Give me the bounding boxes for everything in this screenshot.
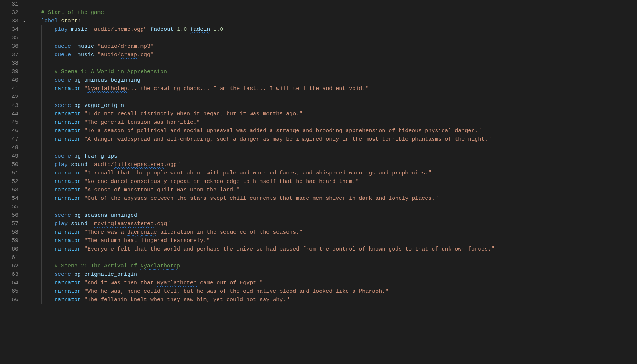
- code-editor[interactable]: 3132333435363738394041424344454647484950…: [0, 0, 637, 364]
- line-number: 31: [0, 0, 18, 8]
- indent-guide: [41, 68, 42, 76]
- code-line[interactable]: narrator "The fellahin knelt when they s…: [28, 296, 637, 304]
- code-line[interactable]: narrator "To a season of political and s…: [28, 127, 637, 135]
- code-line[interactable]: narrator "A sense of monstrous guilt was…: [28, 186, 637, 194]
- indent-guide: [41, 228, 42, 237]
- line-number: 46: [0, 127, 18, 135]
- code-line[interactable]: narrator "No one dared consciously repea…: [28, 177, 637, 186]
- line-number: 41: [0, 84, 18, 93]
- fold-column[interactable]: [21, 0, 28, 364]
- indent-guide: [41, 42, 42, 51]
- line-number: 52: [0, 177, 18, 186]
- fold-empty: [21, 220, 28, 228]
- code-line[interactable]: [28, 253, 637, 262]
- code-line[interactable]: narrator "The autumn heat lingered fears…: [28, 237, 637, 245]
- line-number: 39: [0, 68, 18, 76]
- indent-guide: [41, 25, 42, 34]
- code-line[interactable]: narrator "I recall that the people went …: [28, 169, 637, 177]
- indent-guide: [41, 101, 42, 110]
- code-line[interactable]: play sound "audio/fullstepsstereo.ogg": [28, 161, 637, 169]
- code-line[interactable]: [28, 203, 637, 211]
- line-number: 45: [0, 118, 18, 127]
- indent-guide: [41, 93, 42, 101]
- code-line[interactable]: scene bg enigmatic_origin: [28, 270, 637, 279]
- fold-empty: [21, 59, 28, 68]
- fold-empty: [21, 253, 28, 262]
- fold-empty: [21, 270, 28, 279]
- code-line[interactable]: narrator "There was a daemoniac alterati…: [28, 228, 637, 237]
- code-line[interactable]: scene bg seasons_unhinged: [28, 211, 637, 220]
- code-line[interactable]: narrator "Who he was, none could tell, b…: [28, 287, 637, 296]
- fold-chevron-icon[interactable]: [21, 17, 28, 25]
- code-line[interactable]: [28, 144, 637, 152]
- line-number: 38: [0, 59, 18, 68]
- line-number: 56: [0, 211, 18, 220]
- fold-empty: [21, 211, 28, 220]
- code-line[interactable]: label start:: [28, 17, 637, 25]
- code-line[interactable]: narrator "A danger widespread and all-em…: [28, 135, 637, 144]
- line-number: 44: [0, 110, 18, 118]
- code-line[interactable]: narrator "Out of the abysses between the…: [28, 194, 637, 203]
- fold-empty: [21, 93, 28, 101]
- code-line[interactable]: narrator "Nyarlathotep... the crawling c…: [28, 84, 637, 93]
- line-number: 34: [0, 25, 18, 34]
- line-number: 64: [0, 279, 18, 287]
- code-line[interactable]: [28, 93, 637, 101]
- indent-guide: [41, 110, 42, 118]
- fold-empty: [21, 68, 28, 76]
- fold-empty: [21, 203, 28, 211]
- fold-empty: [21, 42, 28, 51]
- fold-empty: [21, 25, 28, 34]
- indent-guide: [41, 51, 42, 59]
- fold-empty: [21, 127, 28, 135]
- code-line[interactable]: [28, 0, 637, 8]
- indent-guide: [41, 144, 42, 152]
- code-line[interactable]: [28, 59, 637, 68]
- indent-guide: [41, 211, 42, 220]
- indent-guide: [41, 84, 42, 93]
- fold-empty: [21, 8, 28, 17]
- indent-guide: [41, 270, 42, 279]
- line-number: 43: [0, 101, 18, 110]
- code-line[interactable]: # Scene 2: The Arrival of Nyarlathotep: [28, 262, 637, 270]
- indent-guide: [41, 152, 42, 161]
- code-line[interactable]: scene bg ominous_beginning: [28, 76, 637, 84]
- fold-empty: [21, 169, 28, 177]
- code-line[interactable]: scene bg fear_grips: [28, 152, 637, 161]
- line-number: 42: [0, 93, 18, 101]
- indent-guide: [41, 296, 42, 304]
- code-area[interactable]: # Start of the game label start: play mu…: [28, 0, 637, 364]
- fold-empty: [21, 34, 28, 42]
- line-number: 62: [0, 262, 18, 270]
- code-line[interactable]: [28, 34, 637, 42]
- line-number: 61: [0, 253, 18, 262]
- fold-empty: [21, 279, 28, 287]
- indent-guide: [41, 59, 42, 68]
- indent-guide: [41, 279, 42, 287]
- fold-empty: [21, 101, 28, 110]
- code-line[interactable]: queue music "audio/creap.ogg": [28, 51, 637, 59]
- code-line[interactable]: narrator "Everyone felt that the world a…: [28, 245, 637, 253]
- code-line[interactable]: narrator "I do not recall distinctly whe…: [28, 110, 637, 118]
- fold-empty: [21, 228, 28, 237]
- code-line[interactable]: # Scene 1: A World in Apprehension: [28, 68, 637, 76]
- code-line[interactable]: play sound "movingleavesstereo.ogg": [28, 220, 637, 228]
- fold-empty: [21, 161, 28, 169]
- fold-empty: [21, 76, 28, 84]
- indent-guide: [41, 34, 42, 42]
- code-line[interactable]: play music "audio/theme.ogg" fadeout 1.0…: [28, 25, 637, 34]
- fold-empty: [21, 84, 28, 93]
- code-line[interactable]: scene bg vague_origin: [28, 101, 637, 110]
- line-number: 57: [0, 220, 18, 228]
- fold-empty: [21, 51, 28, 59]
- code-line[interactable]: # Start of the game: [28, 8, 637, 17]
- code-line[interactable]: narrator "The general tension was horrib…: [28, 118, 637, 127]
- fold-empty: [21, 194, 28, 203]
- indent-guide: [41, 177, 42, 186]
- line-number: 58: [0, 228, 18, 237]
- code-line[interactable]: queue music "audio/dream.mp3": [28, 42, 637, 51]
- code-line[interactable]: narrator "And it was then that Nyarlatho…: [28, 279, 637, 287]
- indent-guide: [41, 237, 42, 245]
- fold-empty: [21, 245, 28, 253]
- line-number: 32: [0, 8, 18, 17]
